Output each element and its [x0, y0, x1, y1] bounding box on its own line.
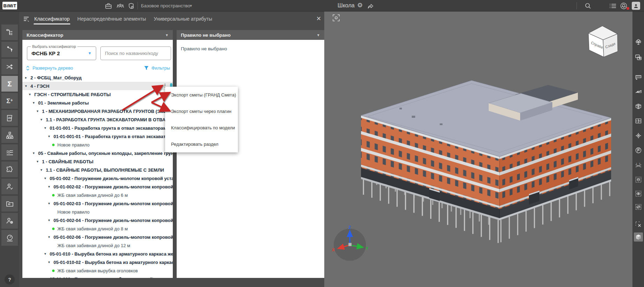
show-selection-button[interactable]	[634, 189, 643, 198]
focus-target-button[interactable]	[634, 131, 643, 140]
tree-row[interactable]: ЖБ свая забивная длиной до 6 м	[22, 191, 173, 199]
tree-row[interactable]: ▾ ГЭСН - СТРОИТЕЛЬНЫЕ РАБОТЫ	[22, 90, 173, 99]
structure-tree-button[interactable]	[1, 24, 18, 40]
classifier-section-header[interactable]: Классификатор ▼	[22, 30, 173, 40]
expander-icon[interactable]: ▾	[41, 118, 46, 121]
expander-icon[interactable]: ▾	[48, 135, 54, 138]
rule-section-header[interactable]: Правило не выбрано ▼	[177, 30, 324, 40]
expander-icon[interactable]: ▾	[48, 235, 54, 239]
expander-icon[interactable]: ▾	[37, 160, 42, 163]
tree-row[interactable]: ▾ 05-01-002 - Погружение дизель-молотом …	[22, 174, 173, 182]
workspace-selector[interactable]: Базовое пространство	[141, 3, 190, 8]
tree-row[interactable]: ▾ 1 - СВАЙНЫЕ РАБОТЫ	[22, 157, 173, 166]
tree-row[interactable]: ▾ 05-01-010-02 - Вырубка бетона из армат…	[22, 258, 173, 266]
clash-shuffle-button[interactable]	[1, 59, 18, 74]
menu-item-export-grand[interactable]: Экспорт сметы (ГРАНД Смета)	[165, 87, 238, 103]
tab-universal-attributes[interactable]: Универсальные атрибуты	[154, 16, 212, 24]
briefcase-icon[interactable]	[105, 2, 112, 10]
axes-grid-button[interactable]: 12	[634, 161, 643, 170]
environment-tree-button[interactable]	[634, 37, 643, 46]
expander-icon[interactable]: ▾	[29, 93, 34, 96]
expander-icon[interactable]: ▾	[44, 126, 50, 130]
list-menu-icon[interactable]	[609, 2, 617, 10]
expander-icon[interactable]: ▾	[41, 168, 46, 172]
expander-icon[interactable]: ▾	[44, 177, 50, 180]
expander-icon[interactable]: ▾	[37, 109, 42, 113]
menu-item-export-plugin[interactable]: Экспорт сметы через плагин	[165, 103, 238, 120]
tree-row[interactable]: ▾ 01-01-001-01 - Разработка грунта в отв…	[22, 132, 173, 141]
chevron-down-icon[interactable]: ▼	[88, 51, 92, 55]
expander-icon[interactable]: ▾	[48, 218, 54, 222]
tree-row[interactable]: ▾ 05 - Свайные работы, опускные колодцы,…	[22, 149, 173, 157]
tab-classifier[interactable]: Классификатор	[34, 16, 70, 24]
share-icon[interactable]	[367, 2, 374, 10]
expander-icon[interactable]: ▸	[25, 76, 30, 79]
tree-row[interactable]: ▾ 4 - ГЭСН ⋮	[22, 82, 173, 90]
floor-plan-button[interactable]	[634, 116, 643, 125]
measure-ruler-button[interactable]	[634, 72, 643, 81]
menu-item-classify-by-model[interactable]: Классифицировать по модели	[165, 120, 238, 136]
estimate-add-button[interactable]: Σ+	[1, 93, 18, 109]
collapse-panel-icon[interactable]	[23, 16, 31, 24]
close-icon[interactable]: ✕	[316, 16, 322, 22]
view-2d-button[interactable]: 2D	[1, 110, 18, 126]
tree-row[interactable]: Новое правило	[22, 208, 173, 216]
expander-icon[interactable]: ▾	[44, 252, 50, 256]
tree-row[interactable]: ▾ 1.1 - РАЗРАБОТКА ГРУНТА ЭКСКАВАТОРАМИ …	[22, 115, 173, 124]
user-location-button[interactable]	[1, 213, 18, 229]
section-planes-button[interactable]	[634, 87, 643, 96]
expander-icon[interactable]: ▾	[48, 260, 54, 264]
user-approve-button[interactable]	[1, 179, 18, 194]
expander-icon[interactable]: ▾	[48, 202, 54, 205]
tree-row[interactable]: ▾ 05-01-002-03 - Погружение дизель-молот…	[22, 199, 173, 208]
team-icon[interactable]	[116, 2, 124, 10]
expander-icon[interactable]: ▾	[44, 277, 50, 278]
section-box-button[interactable]	[634, 102, 643, 111]
export-folder-button[interactable]	[1, 196, 18, 211]
help-button[interactable]: ?	[5, 274, 15, 285]
chevron-down-icon[interactable]: ▼	[189, 4, 193, 8]
expander-icon[interactable]: ▾	[25, 84, 30, 88]
tree-row[interactable]: ▾ 1 - МЕХАНИЗИРОВАННАЯ РАЗРАБОТКА ГРУНТО…	[22, 107, 173, 115]
expander-icon[interactable]: ▾	[33, 151, 38, 155]
charts-button[interactable]	[1, 144, 18, 160]
nav-cube[interactable]: Справа Сзади	[588, 26, 618, 57]
shield-clock-icon[interactable]	[127, 2, 135, 10]
plugins-puzzle-button[interactable]	[1, 162, 18, 177]
classifier-select[interactable]: Выбрать классификатор ФСНБ КР 2 ▼	[27, 46, 96, 60]
hide-selection-button[interactable]	[634, 202, 643, 211]
isolate-selection-button[interactable]	[634, 175, 643, 184]
model-cube-button[interactable]	[634, 232, 643, 242]
search-input[interactable]	[100, 46, 171, 60]
settings-gear-icon[interactable]: ⚙	[357, 1, 363, 9]
tree-row[interactable]: ▾ 05-01-003 - Погружение железобетонных …	[22, 275, 173, 278]
dashboard-gauge-button[interactable]	[1, 230, 18, 246]
menu-item-edit-section[interactable]: Редактировать раздел	[165, 136, 238, 152]
placemark-flag-button[interactable]	[634, 146, 643, 155]
tree-row[interactable]: Новое правило	[22, 141, 173, 149]
tab-unassigned-elements[interactable]: Нераспределённые элементы	[77, 16, 146, 24]
tree-row[interactable]: ЖБ свая забивная вырубка оголовков	[22, 266, 173, 275]
expander-icon[interactable]: ▾	[48, 185, 54, 188]
tree-row[interactable]: ▾ 1.1 - СВАЙНЫЕ РАБОТЫ, ВЫПОЛНЯЕМЫЕ С ЗЕ…	[22, 166, 173, 174]
tree-row[interactable]: ЖБ свая забивная длиной до 12 м	[22, 241, 173, 250]
estimate-sigma-button[interactable]: Σ	[1, 76, 18, 92]
viewport-3d[interactable]: Справа Сзади Z X Y	[324, 12, 632, 287]
tree-row[interactable]: ▾ 05-01-010 - Вырубка бетона из арматурн…	[22, 250, 173, 258]
clear-selection-button[interactable]	[634, 220, 643, 229]
chevron-down-icon[interactable]: ▼	[317, 33, 320, 37]
tree-row[interactable]: ▸ 2 - ФСБЦ_Мат_Оборуд	[22, 73, 173, 82]
selection-sets-button[interactable]	[634, 53, 643, 62]
connections-button[interactable]	[1, 42, 18, 57]
fit-screen-icon[interactable]	[332, 14, 340, 22]
tree-row[interactable]: ▾ 01-01-001 - Разработка грунта в отвал …	[22, 124, 173, 132]
hierarchy-button[interactable]	[1, 127, 18, 143]
tree-row[interactable]: ЖБ свая забивная длиной до 8 м	[22, 224, 173, 233]
tree-row[interactable]: ▾ 05-01-002-06 - Погружение дизель-молот…	[22, 233, 173, 241]
user-avatar[interactable]	[632, 2, 640, 10]
tree-row[interactable]: ▾ 05-01-002-04 - Погружение дизель-молот…	[22, 216, 173, 224]
search-icon[interactable]	[584, 2, 592, 10]
expand-tree-link[interactable]: Развернуть дерево	[26, 65, 73, 71]
chevron-down-icon[interactable]: ▼	[165, 33, 169, 37]
tree-row[interactable]: ▾ 01 - Земляные работы	[22, 99, 173, 107]
